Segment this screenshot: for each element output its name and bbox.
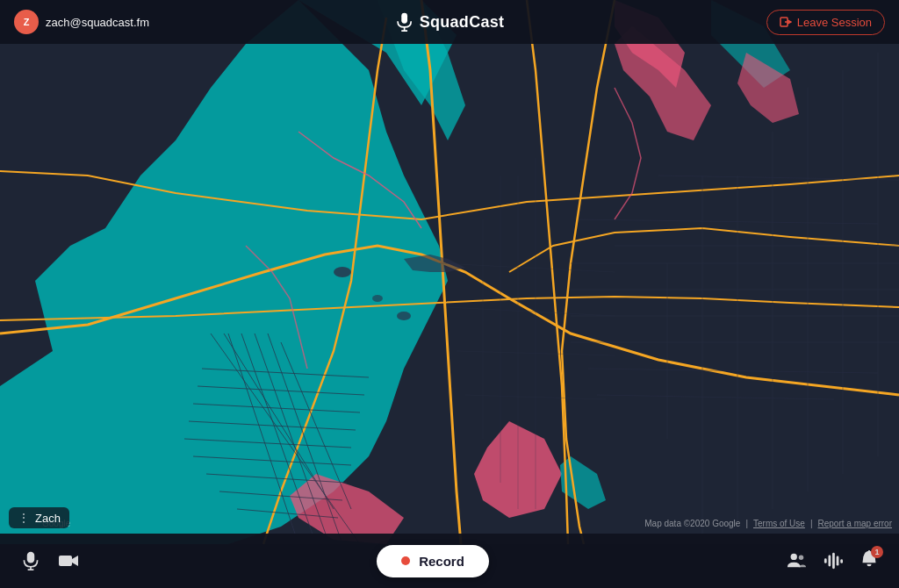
svg-rect-55: [824, 558, 827, 563]
participant-label: ⋮ Zach: [9, 507, 69, 528]
bottom-bar: Record 1: [0, 534, 899, 588]
notification-badge: 1: [871, 546, 883, 558]
svg-point-53: [791, 554, 797, 560]
participant-name: Zach: [35, 512, 61, 525]
leave-session-button[interactable]: Leave Session: [766, 10, 885, 35]
microphone-logo-icon: [395, 12, 414, 32]
user-avatar: Z: [14, 10, 39, 34]
user-email: zach@squadcast.fm: [46, 16, 149, 29]
participants-button[interactable]: [787, 551, 806, 570]
svg-point-54: [799, 556, 804, 561]
user-info: Z zach@squadcast.fm: [14, 10, 149, 34]
bottom-left-controls: [21, 551, 79, 570]
map-attribution: Map data ©2020 Google | Terms of Use | R…: [644, 519, 892, 528]
map-background: [0, 0, 899, 544]
svg-point-43: [372, 295, 383, 302]
svg-rect-52: [59, 556, 72, 566]
participant-menu-icon[interactable]: ⋮: [18, 511, 30, 525]
logo-area: SquadSquadCastCast: [395, 12, 505, 32]
svg-rect-57: [832, 553, 835, 569]
record-label: Record: [419, 554, 464, 569]
svg-point-42: [397, 312, 411, 320]
svg-rect-58: [837, 556, 839, 566]
microphone-icon: [21, 551, 40, 570]
report-link[interactable]: Report a map error: [818, 519, 892, 528]
svg-rect-56: [829, 556, 831, 567]
svg-rect-59: [840, 559, 843, 563]
leave-session-label: Leave Session: [797, 16, 872, 29]
svg-rect-49: [27, 552, 34, 563]
notifications-button[interactable]: 1: [860, 549, 878, 573]
leave-session-icon: [780, 16, 792, 28]
svg-rect-44: [401, 13, 407, 24]
camera-icon: [58, 553, 79, 569]
participants-icon: [787, 551, 806, 570]
logo-text: SquadSquadCastCast: [420, 13, 505, 32]
record-button[interactable]: Record: [377, 545, 489, 577]
audio-levels-button[interactable]: [823, 551, 843, 570]
svg-point-41: [334, 267, 351, 277]
bottom-right-controls: 1: [787, 549, 878, 573]
microphone-button[interactable]: [21, 551, 40, 570]
top-bar: Z zach@squadcast.fm SquadSquadCastCast L…: [0, 0, 899, 44]
audio-wave-icon: [823, 551, 843, 570]
terms-link[interactable]: Terms of Use: [753, 519, 805, 528]
camera-button[interactable]: [58, 553, 79, 569]
record-indicator: [401, 556, 410, 565]
